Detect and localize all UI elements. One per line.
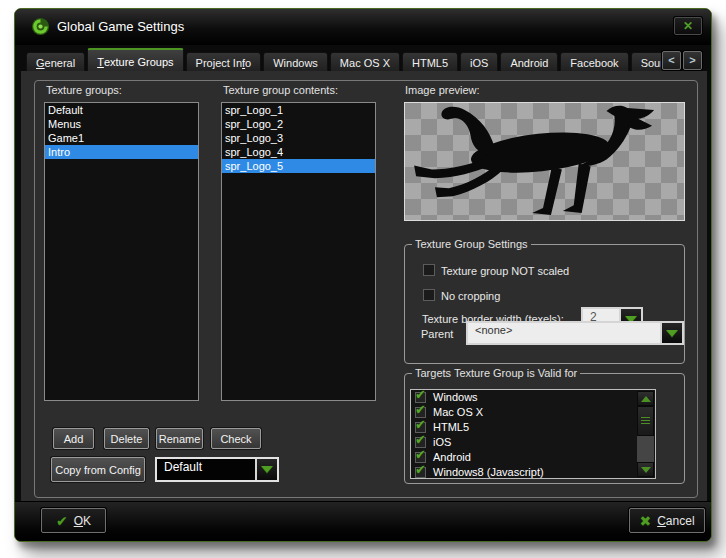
- texture-groups-list[interactable]: Default Menus Game1 Intro: [44, 102, 199, 401]
- tab-android[interactable]: Android: [500, 52, 558, 73]
- parent-drop-button[interactable]: [660, 323, 682, 343]
- target-row[interactable]: ✔ iOS: [411, 435, 655, 450]
- image-preview-label: Image preview:: [405, 84, 480, 96]
- tab-mac-os-x[interactable]: Mac OS X: [330, 52, 400, 73]
- x-icon: ✖: [639, 514, 651, 528]
- footer-bar: ✔ OK ✖ Cancel: [15, 501, 711, 541]
- tab-page-texture-groups: Texture groups: Default Menus Game1 Intr…: [21, 71, 707, 503]
- check-icon: ✔: [415, 417, 426, 432]
- targets-title: Targets Texture Group is Valid for: [412, 367, 580, 379]
- tab-ios[interactable]: iOS: [460, 52, 498, 73]
- target-label: iOS: [433, 436, 451, 448]
- list-item-selected[interactable]: spr_Logo_5: [222, 159, 375, 173]
- list-item[interactable]: Menus: [45, 117, 198, 131]
- list-item-selected[interactable]: Intro: [45, 145, 198, 159]
- target-label: Android: [433, 451, 471, 463]
- scroll-down-button[interactable]: [637, 462, 654, 477]
- chevron-down-icon: [261, 466, 273, 473]
- close-button[interactable]: ✕: [674, 17, 702, 35]
- tab-scroll-right-button[interactable]: >: [683, 51, 702, 70]
- check-icon: ✔: [415, 447, 426, 462]
- list-item[interactable]: spr_Logo_4: [222, 145, 375, 159]
- config-value: Default: [157, 459, 255, 480]
- config-drop-button[interactable]: [255, 459, 277, 480]
- target-row[interactable]: ✔ Android: [411, 450, 655, 465]
- parent-value: <none>: [468, 323, 660, 343]
- target-label: Windows8 (Javascript): [433, 466, 544, 478]
- copy-from-config-button[interactable]: Copy from Config: [51, 457, 145, 482]
- target-row[interactable]: ✔ Windows: [411, 390, 655, 405]
- parent-dropdown[interactable]: <none>: [466, 321, 684, 345]
- check-icon: ✔: [415, 402, 426, 417]
- tab-general[interactable]: General: [26, 52, 85, 73]
- global-game-settings-window: Global Game Settings ✕ General Texture G…: [14, 8, 712, 542]
- check-icon: ✔: [415, 432, 426, 447]
- wolf-silhouette-image: [405, 103, 684, 220]
- tab-source-control[interactable]: Source Control: [631, 52, 665, 73]
- target-label: Windows: [433, 391, 478, 403]
- targets-groupbox: Targets Texture Group is Valid for ✔ Win…: [404, 373, 685, 484]
- tab-bar: General Texture Groups Project Info Wind…: [26, 47, 665, 73]
- check-button[interactable]: Check: [211, 428, 261, 449]
- rename-button[interactable]: Rename: [156, 428, 203, 449]
- ok-button[interactable]: ✔ OK: [41, 508, 106, 533]
- parent-label: Parent: [421, 328, 453, 340]
- list-item[interactable]: spr_Logo_1: [222, 103, 375, 117]
- scrollbar[interactable]: [637, 391, 654, 477]
- no-cropping-label: No cropping: [441, 290, 500, 302]
- target-label: HTML5: [433, 421, 469, 433]
- texture-group-settings-title: Texture Group Settings: [412, 238, 531, 250]
- target-row[interactable]: ✔ Mac OS X: [411, 405, 655, 420]
- desktop: Global Game Settings ✕ General Texture G…: [0, 0, 726, 558]
- window-title: Global Game Settings: [57, 19, 184, 34]
- targets-checklist[interactable]: ✔ Windows ✔ Mac OS X ✔ HTML5: [410, 389, 656, 479]
- ok-label: OK: [74, 514, 91, 528]
- list-item[interactable]: Game1: [45, 131, 198, 145]
- grip-icon: [641, 417, 650, 425]
- check-icon: ✔: [415, 389, 426, 402]
- group-contents-label: Texture group contents:: [223, 84, 338, 96]
- check-icon: ✔: [56, 514, 68, 528]
- texture-group-settings-groupbox: Texture Group Settings Texture group NOT…: [404, 244, 685, 364]
- gamemaker-logo-icon: [31, 17, 50, 36]
- not-scaled-label: Texture group NOT scaled: [441, 265, 569, 277]
- image-preview: [404, 102, 685, 221]
- tab-html5[interactable]: HTML5: [402, 52, 458, 73]
- target-row[interactable]: ✔ HTML5: [411, 420, 655, 435]
- tab-windows[interactable]: Windows: [263, 52, 328, 73]
- config-dropdown[interactable]: Default: [155, 457, 279, 482]
- tab-scroll-left-button[interactable]: <: [662, 51, 681, 70]
- no-cropping-checkbox[interactable]: [423, 289, 435, 301]
- group-contents-list[interactable]: spr_Logo_1 spr_Logo_2 spr_Logo_3 spr_Log…: [221, 102, 376, 401]
- chevron-down-icon: [666, 330, 678, 337]
- list-item[interactable]: spr_Logo_2: [222, 117, 375, 131]
- triangle-down-icon: [641, 467, 651, 473]
- list-item[interactable]: spr_Logo_3: [222, 131, 375, 145]
- cancel-label: Cancel: [657, 514, 694, 528]
- tab-texture-groups[interactable]: Texture Groups: [87, 48, 183, 73]
- tab-project-info[interactable]: Project Info: [186, 52, 262, 73]
- target-row[interactable]: ✔ Windows8 (Javascript): [411, 465, 655, 479]
- cancel-button[interactable]: ✖ Cancel: [629, 508, 705, 533]
- target-label: Mac OS X: [433, 406, 483, 418]
- scrollbar-thumb[interactable]: [637, 406, 654, 436]
- title-bar[interactable]: Global Game Settings ✕: [15, 9, 711, 45]
- check-icon: ✔: [415, 462, 426, 477]
- scroll-up-button[interactable]: [637, 391, 654, 406]
- delete-button[interactable]: Delete: [104, 428, 149, 449]
- add-button[interactable]: Add: [53, 428, 94, 449]
- tab-facebook[interactable]: Facebook: [560, 52, 628, 73]
- list-item[interactable]: Default: [45, 103, 198, 117]
- not-scaled-checkbox[interactable]: [423, 264, 435, 276]
- texture-groups-label: Texture groups:: [46, 84, 122, 96]
- triangle-up-icon: [641, 396, 651, 402]
